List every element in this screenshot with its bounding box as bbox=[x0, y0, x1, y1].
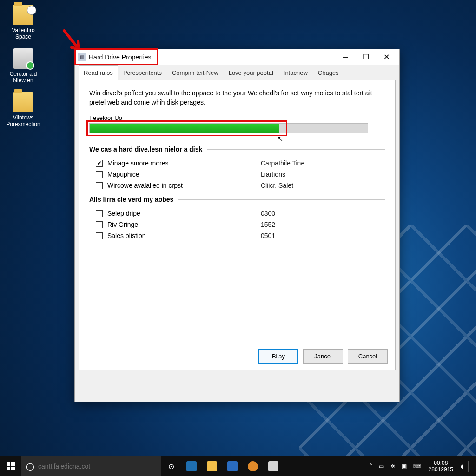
taskbar-app-explorer[interactable] bbox=[202, 456, 222, 476]
desktop-icon-label: Cerctor ald Nlewten bbox=[5, 71, 42, 84]
tray-network-icon[interactable]: ▭ bbox=[377, 463, 386, 469]
disk-usage-bar bbox=[89, 123, 368, 133]
taskbar-search[interactable]: ◯ bbox=[21, 456, 161, 476]
checkbox-row: Selep dripe 0300 bbox=[89, 208, 385, 219]
tab-compim[interactable]: Compim teit-New bbox=[167, 65, 224, 80]
checkbox[interactable] bbox=[96, 160, 103, 167]
svg-rect-1 bbox=[11, 462, 15, 466]
clock-date: 28012915 bbox=[429, 466, 453, 473]
desktop-icon-label: Valientiro Space bbox=[5, 27, 42, 40]
checkbox-row: Wircowe avalalled in crpst Cliicr. Salet bbox=[89, 180, 385, 191]
taskbar-clock[interactable]: 00:08 28012915 bbox=[426, 460, 456, 473]
svg-rect-0 bbox=[7, 462, 10, 466]
row-value: 0300 bbox=[261, 210, 275, 217]
checkbox-row: Sales olistion 0501 bbox=[89, 230, 385, 241]
desktop-icon-2[interactable]: Cerctor ald Nlewten bbox=[5, 48, 42, 84]
tab-love[interactable]: Love your pootal bbox=[224, 65, 278, 80]
row-value: 1552 bbox=[261, 221, 275, 228]
checkbox[interactable] bbox=[96, 221, 103, 228]
progress-wrap: ↖ bbox=[89, 123, 385, 133]
checkbox[interactable] bbox=[96, 171, 103, 178]
box-icon bbox=[13, 48, 33, 69]
dialog-buttons: Bliay Jancel Cancel bbox=[258, 349, 388, 364]
tab-intacriew[interactable]: Intacriew bbox=[278, 65, 313, 80]
folder-icon bbox=[13, 92, 33, 112]
show-desktop-button[interactable] bbox=[468, 461, 472, 472]
checkbox[interactable] bbox=[96, 232, 103, 239]
tray-chevron-icon[interactable]: ˄ bbox=[368, 463, 374, 469]
notifications-icon[interactable]: ◖ bbox=[459, 463, 465, 469]
row-value: Liartions bbox=[261, 171, 285, 178]
close-button[interactable]: ✕ bbox=[376, 50, 397, 64]
desktop-icon-3[interactable]: Viintows Poresmection bbox=[5, 92, 42, 127]
search-input[interactable] bbox=[38, 463, 156, 470]
checkbox-row: Mapuphice Liartions bbox=[89, 169, 385, 180]
window-title: Hard Drive Properties bbox=[89, 53, 152, 61]
svg-rect-3 bbox=[11, 467, 15, 470]
taskbar-app-generic[interactable] bbox=[263, 456, 284, 476]
taskbar-app-edge[interactable] bbox=[181, 456, 202, 476]
minimize-button[interactable]: ─ bbox=[335, 50, 356, 64]
apply-button[interactable]: Jancel bbox=[303, 349, 343, 364]
taskview-icon: ⊙ bbox=[168, 462, 174, 471]
section-2-title: Alls lirra cle verd my aobes bbox=[89, 196, 385, 203]
titlebar[interactable]: ▧ Hard Drive Properties ─ ☐ ✕ bbox=[75, 49, 399, 65]
checkbox-row: Riv Gringe 1552 bbox=[89, 219, 385, 230]
row-label: Sales olistion bbox=[107, 232, 261, 239]
start-button[interactable] bbox=[0, 456, 21, 476]
task-view-button[interactable]: ⊙ bbox=[161, 456, 181, 476]
tab-panel: Win dirvel's poffect you swall to the ap… bbox=[79, 80, 396, 370]
progress-label: Feseloor Up bbox=[89, 114, 385, 121]
search-icon: ◯ bbox=[26, 462, 34, 471]
folder-icon bbox=[13, 5, 33, 25]
checkbox[interactable] bbox=[96, 182, 103, 189]
checkbox-row: Minage smore mores Carpathile Tine bbox=[89, 158, 385, 169]
row-value: Cliicr. Salet bbox=[261, 182, 293, 189]
row-label: Selep dripe bbox=[107, 210, 261, 217]
taskbar-app-store[interactable] bbox=[222, 456, 243, 476]
tray-keyboard-icon[interactable]: ⌨ bbox=[411, 463, 423, 469]
row-label: Mapuphice bbox=[107, 171, 261, 178]
cancel-button[interactable]: Cancel bbox=[348, 349, 388, 364]
tray-battery-icon[interactable]: ▣ bbox=[400, 463, 409, 469]
tab-pcresperitents[interactable]: Pcresperitents bbox=[118, 65, 167, 80]
tab-cbages[interactable]: Cbages bbox=[313, 65, 344, 80]
desktop-icon-label: Viintows Poresmection bbox=[5, 114, 42, 127]
ok-button[interactable]: Bliay bbox=[258, 349, 298, 364]
tab-read-ralos[interactable]: Read ralos bbox=[79, 65, 118, 80]
row-value: Carpathile Tine bbox=[261, 159, 304, 167]
maximize-button[interactable]: ☐ bbox=[356, 50, 376, 64]
webcam-icon bbox=[27, 6, 36, 15]
desktop-icon-1[interactable]: Valientiro Space bbox=[5, 5, 42, 40]
tab-strip: Read ralos Pcresperitents Compim teit-Ne… bbox=[75, 65, 399, 80]
disk-usage-fill bbox=[90, 124, 279, 133]
desktop-icons: Valientiro Space Cerctor ald Nlewten Vii… bbox=[5, 5, 42, 127]
windows-icon bbox=[7, 462, 15, 470]
row-label: Minage smore mores bbox=[107, 159, 261, 167]
checkbox[interactable] bbox=[96, 210, 103, 217]
properties-window: ▧ Hard Drive Properties ─ ☐ ✕ Read ralos… bbox=[74, 49, 400, 402]
cursor-icon: ↖ bbox=[277, 134, 283, 143]
taskbar-app-shield[interactable] bbox=[243, 456, 263, 476]
tray-volume-icon[interactable]: ✲ bbox=[389, 463, 397, 469]
row-label: Wircowe avalalled in crpst bbox=[107, 182, 261, 189]
app-icon: ▧ bbox=[78, 53, 86, 61]
clock-time: 00:08 bbox=[429, 460, 453, 466]
row-label: Riv Gringe bbox=[107, 221, 261, 228]
taskbar: ◯ ⊙ ˄ ▭ ✲ ▣ ⌨ 00:08 28012915 ◖ bbox=[0, 456, 476, 476]
description-text: Win dirvel's poffect you swall to the ap… bbox=[89, 89, 385, 107]
system-tray: ˄ ▭ ✲ ▣ ⌨ 00:08 28012915 ◖ bbox=[368, 460, 476, 473]
svg-rect-2 bbox=[7, 467, 10, 470]
row-value: 0501 bbox=[261, 232, 275, 239]
section-1-title: We cas a hard dive.lesn nielor a disk bbox=[89, 145, 385, 153]
